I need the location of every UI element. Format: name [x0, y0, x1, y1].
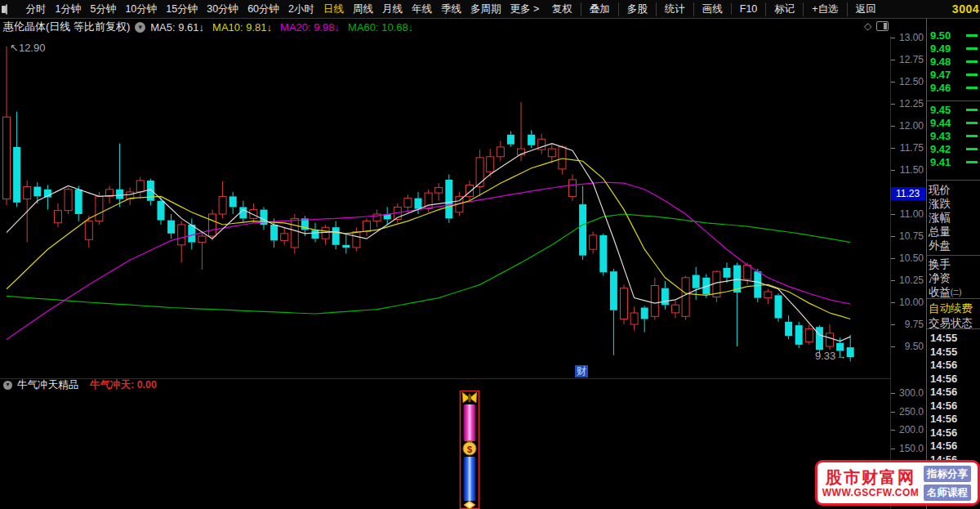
main-candlestick-chart[interactable]: [0, 36, 890, 378]
svg-text:$: $: [467, 444, 472, 454]
ma-label-ma5: MA5: 9.61↓: [150, 21, 204, 33]
menu-item-60分钟[interactable]: 60分钟: [243, 2, 284, 16]
panel-divider: [927, 180, 980, 181]
menu-item-复权[interactable]: 复权: [544, 2, 581, 16]
axis-label: 10.00: [891, 297, 924, 308]
axis-label: 10.75: [891, 230, 924, 242]
info-label-4: 外盘: [927, 239, 980, 252]
ask-price-row[interactable]: 9.48: [927, 56, 980, 69]
panel-divider: [927, 298, 980, 299]
menu-item-分时[interactable]: 分时: [21, 2, 51, 16]
menu-item-多周期[interactable]: 多周期: [466, 2, 506, 16]
info-label2-0: 换手: [927, 257, 980, 271]
menu-item-统计[interactable]: 统计: [656, 2, 693, 16]
axis-label: 9.75: [891, 319, 924, 330]
menu-item-标记[interactable]: 标记: [765, 2, 803, 16]
menu-item-日线[interactable]: 日线: [318, 2, 348, 16]
brand-site-name: 股市财富网: [817, 467, 924, 487]
axis-label: 10.50: [891, 252, 924, 264]
menu-item-5分钟[interactable]: 5分钟: [86, 2, 121, 16]
volume-dash: [966, 74, 978, 76]
ma-line-ma20: [7, 182, 850, 339]
info-label2-1: 净资: [927, 271, 980, 285]
menu-item-1分钟[interactable]: 1分钟: [51, 2, 86, 16]
ma-label-ma10: MA10: 9.81↓: [212, 21, 272, 33]
ask-price-row[interactable]: 9.46: [927, 82, 980, 95]
ask-price-row[interactable]: 9.50: [927, 29, 980, 42]
site-watermark-mini: 财: [575, 365, 588, 377]
panel-divider: [927, 100, 980, 101]
brand-url: WWW.GSCFW.COM: [817, 487, 924, 498]
menu-item-叠加[interactable]: 叠加: [581, 2, 618, 16]
panel-divider: [927, 328, 980, 329]
trade-time-row: 14:56: [927, 359, 980, 372]
diamond-icon[interactable]: ◇: [864, 20, 871, 32]
volume-dash: [966, 109, 978, 111]
menu-item-画线[interactable]: 画线: [693, 2, 731, 16]
menu-item-返回[interactable]: 返回: [847, 2, 884, 16]
menu-item-季线[interactable]: 季线: [436, 2, 466, 16]
diamond-gem-icon: [464, 501, 475, 509]
low-annotation: 9.33→: [815, 350, 845, 362]
top-menu-bar: 分时1分钟5分钟10分钟15分钟30分钟60分钟2小时日线周线月线年线季线多周期…: [0, 0, 980, 19]
axis-label: 11.00: [891, 208, 924, 220]
blue-bar: [464, 457, 476, 501]
layout-icon[interactable]: [876, 21, 889, 31]
panel-toggle-icon[interactable]: [6, 4, 7, 15]
axis-label: 300.0: [891, 387, 924, 399]
ask-price-row[interactable]: 9.49: [927, 42, 980, 56]
trade-time-row: 14:56: [927, 373, 980, 386]
brand-badges: 指标分享名师课程: [924, 463, 974, 503]
indicator-header: ▾ 牛气冲天精品 牛气冲天: 0.00: [0, 378, 890, 391]
info-label-2: 涨幅: [927, 211, 980, 225]
bid-price-row[interactable]: 9.44: [927, 117, 980, 130]
ask-price-row[interactable]: 9.47: [927, 69, 980, 82]
menu-item-更多 >[interactable]: 更多 >: [506, 2, 544, 16]
menu-item-+自选[interactable]: +自选: [803, 2, 846, 16]
axis-label: 9.50: [891, 341, 924, 352]
trade-time-row: 14:56: [927, 386, 980, 399]
indicator-panel[interactable]: $: [0, 391, 890, 509]
bid-price-row[interactable]: 9.43: [927, 130, 980, 143]
service-label-0[interactable]: 自动续费: [927, 301, 980, 315]
bid-price-row[interactable]: 9.41: [927, 156, 980, 169]
menu-item-月线[interactable]: 月线: [377, 2, 407, 16]
axis-label: 12.75: [891, 54, 924, 65]
ma-label-ma60: MA60: 10.68↓: [348, 21, 413, 33]
menu-item-2小时[interactable]: 2小时: [284, 2, 319, 16]
info-label-0: 现价: [927, 183, 980, 197]
menu-item-周线[interactable]: 周线: [348, 2, 377, 16]
menu-item-10分钟[interactable]: 10分钟: [121, 2, 162, 16]
axis-label: 13.00: [891, 32, 924, 43]
bid-price-row[interactable]: 9.45: [927, 104, 980, 117]
trade-time-row: 14:56: [927, 440, 980, 453]
volume-dash: [966, 161, 978, 163]
axis-label: 12.25: [891, 98, 924, 109]
trade-time-row: 14:55: [927, 332, 980, 345]
ma-legend: MA5: 9.61↓MA10: 9.81↓MA20: 9.98↓MA60: 10…: [150, 21, 421, 33]
info-label2-2: 收益㈡: [927, 285, 980, 299]
brand-watermark: 股市财富网 WWW.GSCFW.COM 指标分享名师课程: [815, 460, 980, 506]
volume-dash: [966, 87, 978, 89]
period-menu: 分时1分钟5分钟10分钟15分钟30分钟60分钟2小时日线周线月线年线季线多周期…: [21, 2, 544, 16]
bull-indicator-bar: $: [461, 391, 479, 509]
candles-svg: [0, 36, 890, 378]
menu-item-30分钟[interactable]: 30分钟: [203, 2, 243, 16]
bid-price-row[interactable]: 9.42: [927, 143, 980, 156]
axis-label: 150.0: [891, 443, 924, 454]
chart-title: 惠伦晶体(日线 等比前复权): [3, 20, 130, 34]
panel-divider: [927, 255, 980, 256]
menu-item-年线[interactable]: 年线: [407, 2, 436, 16]
stock-chart-app: 分时1分钟5分钟10分钟15分钟30分钟60分钟2小时日线周线月线年线季线多周期…: [0, 0, 980, 509]
stock-code: 3004: [952, 2, 979, 16]
volume-dash: [966, 47, 978, 50]
quote-panel: 9.509.499.489.479.469.459.449.439.429.41…: [926, 18, 980, 509]
menu-item-15分钟[interactable]: 15分钟: [162, 2, 203, 16]
bull-indicator-chart: $: [0, 391, 890, 509]
axis-label: 11.75: [891, 142, 924, 154]
trade-time-row: 14:56: [927, 413, 980, 426]
menu-item-F10[interactable]: F10: [731, 3, 766, 15]
menu-item-多股[interactable]: 多股: [618, 2, 656, 16]
chevron-down-icon[interactable]: ▾: [3, 381, 12, 390]
chevron-down-icon[interactable]: ▾: [135, 22, 145, 33]
